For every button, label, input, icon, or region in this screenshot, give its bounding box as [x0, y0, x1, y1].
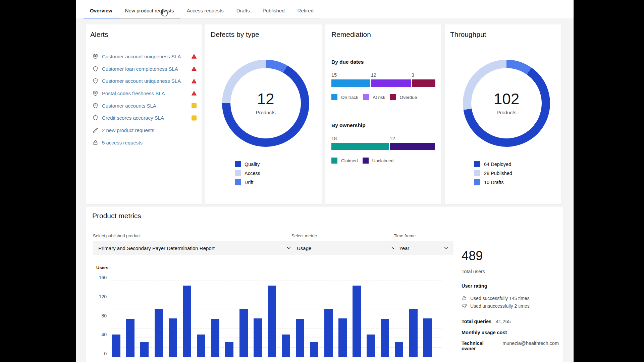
- legend-swatch: [363, 158, 369, 164]
- gridline: [111, 290, 442, 290]
- usage-bar: [324, 309, 333, 357]
- time-frame-select[interactable]: Year: [394, 241, 453, 255]
- used-unsuccessfully-text: Used unsuccessfully 2 times: [470, 303, 530, 309]
- remediation-bar-values: 1812: [331, 136, 435, 141]
- product-metrics-card: Product metrics Select published product…: [86, 207, 563, 362]
- tab-bar: OverviewNew product requestsAccess reque…: [76, 0, 574, 18]
- legend-swatch: [474, 170, 480, 176]
- legend-item: Drift: [235, 179, 260, 185]
- legend-item: 64 Deployed: [474, 161, 512, 167]
- y-tick-label: 80: [101, 313, 107, 318]
- remediation-legend: ClaimedUnclaimed: [331, 158, 393, 164]
- throughput-donut-chart: 102 Products: [463, 60, 550, 147]
- published-product-select[interactable]: Primary and Secondary Payer Determinatio…: [93, 241, 296, 255]
- alerts-title: Alerts: [90, 31, 108, 39]
- app-window: OverviewNew product requestsAccess reque…: [76, 0, 574, 362]
- alert-link[interactable]: 2 new product requests: [102, 127, 154, 133]
- segment-value: 3: [412, 72, 414, 78]
- throughput-total-label: Products: [496, 110, 516, 115]
- alert-link[interactable]: Credit scores accuracy SLA: [102, 115, 164, 121]
- usage-bar: [254, 318, 262, 357]
- chart-y-axis-ticks: 16012080400: [93, 278, 107, 357]
- alert-link[interactable]: Customer account uniqueness SLA: [102, 78, 181, 84]
- shield-rule-icon: [93, 115, 98, 121]
- legend-label: At risk: [373, 95, 385, 100]
- time-frame-value: Year: [399, 245, 409, 251]
- used-successfully-row: Used successfully 145 times: [462, 295, 530, 301]
- defects-total-label: Products: [256, 110, 275, 115]
- usage-bar: [353, 286, 361, 357]
- total-queries-value: 41,265: [496, 319, 511, 324]
- remediation-stacked-bar: [331, 79, 435, 87]
- bar-segment-on-track: [331, 79, 370, 87]
- alert-row: Customer account uniqueness SLA: [93, 75, 198, 87]
- legend-swatch: [235, 161, 241, 167]
- throughput-donut-center: 102 Products: [471, 68, 542, 138]
- gridline: [111, 300, 442, 300]
- total-queries-label: Total queries: [462, 319, 491, 324]
- tab-list: OverviewNew product requestsAccess reque…: [84, 4, 320, 18]
- remediation-group-title: By ownership: [331, 122, 366, 128]
- throughput-card: Throughput 102 Products 64 Deployed28 Pu…: [445, 24, 561, 204]
- usage-bar: [155, 309, 163, 357]
- usage-bar: [381, 319, 389, 357]
- usage-bar: [211, 319, 219, 357]
- shield-rule-icon: [93, 78, 98, 84]
- segment-value: 15: [331, 72, 337, 78]
- tab-retired[interactable]: Retired: [291, 4, 320, 18]
- usage-bar: [140, 342, 149, 357]
- alert-row: Customer account uniqueness SLA: [93, 50, 198, 63]
- tab-new-product-requests[interactable]: New product requests: [119, 4, 180, 18]
- error-triangle-icon: [191, 54, 197, 59]
- segment-value: 12: [390, 136, 395, 141]
- usage-bar: [183, 286, 191, 357]
- legend-swatch: [235, 170, 241, 176]
- alerts-card: Alerts Customer account uniqueness SLACu…: [86, 24, 202, 204]
- tab-overview[interactable]: Overview: [84, 4, 119, 18]
- legend-label: Overdue: [400, 95, 417, 100]
- usage-bar: [268, 286, 276, 357]
- alert-link[interactable]: 5 access requests: [102, 140, 143, 145]
- legend-item: Access: [235, 170, 260, 176]
- thumbs-down-icon: [462, 303, 467, 309]
- usage-bar: [338, 318, 347, 357]
- usage-bar: [225, 342, 233, 357]
- thumbs-up-icon: [462, 295, 467, 301]
- alert-link[interactable]: Customer loan completeness SLA: [102, 66, 178, 72]
- legend-swatch: [474, 161, 480, 167]
- alert-link[interactable]: Postal codes freshness SLA: [102, 90, 165, 96]
- legend-label: 10 Drafts: [484, 180, 504, 185]
- alert-row: Postal codes freshness SLA: [93, 87, 198, 100]
- monthly-usage-cost-row: Monthly usage cost: [462, 330, 507, 335]
- chevron-down-icon: [444, 247, 448, 249]
- defects-total: 12: [257, 91, 274, 107]
- alert-link[interactable]: Customer accounts SLA: [102, 103, 156, 109]
- y-tick-label: 40: [101, 332, 107, 337]
- throughput-title: Throughput: [450, 31, 486, 39]
- alert-row: Credit scores accuracy SLA: [93, 112, 198, 124]
- legend-swatch: [331, 94, 337, 100]
- tab-drafts[interactable]: Drafts: [230, 4, 256, 18]
- alert-row: Customer loan completeness SLA: [93, 63, 198, 75]
- throughput-legend: 64 Deployed28 Published10 Drafts: [474, 161, 512, 185]
- defects-title: Defects by type: [211, 31, 259, 39]
- error-triangle-icon: [191, 78, 197, 84]
- tab-published[interactable]: Published: [256, 4, 291, 18]
- error-triangle-icon: [191, 66, 197, 72]
- legend-item: 28 Published: [474, 170, 512, 176]
- legend-label: 64 Deployed: [484, 162, 511, 167]
- total-users-value: 489: [462, 249, 483, 263]
- legend-item: At risk: [363, 94, 385, 100]
- legend-label: On track: [341, 95, 358, 100]
- legend-label: Drift: [245, 180, 254, 185]
- usage-bar: [239, 309, 248, 357]
- shield-rule-icon: [93, 103, 98, 109]
- alert-link[interactable]: Customer account uniqueness SLA: [102, 54, 181, 59]
- alert-row: 5 access requests: [93, 136, 198, 149]
- technical-owner-label: Technical owner: [462, 341, 498, 351]
- y-tick-label: 0: [104, 351, 107, 356]
- legend-item: 10 Drafts: [474, 179, 512, 185]
- tab-access-requests[interactable]: Access requests: [180, 4, 230, 18]
- metric-select[interactable]: Usage: [291, 241, 401, 255]
- defects-donut-center: 12 Products: [230, 68, 301, 138]
